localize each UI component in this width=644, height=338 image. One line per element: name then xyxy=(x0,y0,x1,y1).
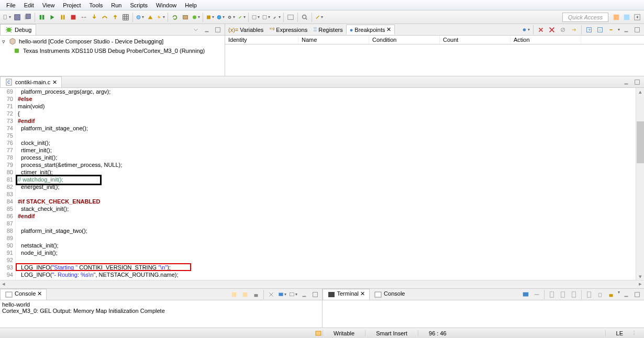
bp-remove-all-icon[interactable] xyxy=(547,25,557,35)
code-line[interactable]: node_id_init(); xyxy=(16,249,636,256)
con-display-icon[interactable]: ▾ xyxy=(277,290,287,299)
code-line[interactable]: #endif xyxy=(16,117,636,125)
menu-scripts[interactable]: Scripts xyxy=(126,1,152,9)
terminal-console-tab[interactable]: Console xyxy=(370,289,409,300)
term-doc3-icon[interactable] xyxy=(569,290,579,299)
wrench-icon[interactable]: ▾ xyxy=(272,13,281,22)
code-line[interactable]: platform_init_stage_two(); xyxy=(16,227,636,234)
code-line[interactable]: clock_init(); xyxy=(16,139,636,147)
bp-goto-icon[interactable] xyxy=(569,25,579,35)
step-return-icon[interactable] xyxy=(110,13,120,22)
restart-icon[interactable] xyxy=(37,13,47,22)
code-line[interactable]: process_init(); xyxy=(16,154,636,161)
code-line[interactable] xyxy=(16,190,636,198)
bp-col-name[interactable]: Name xyxy=(298,36,369,44)
console-tab[interactable]: Console ✕ xyxy=(0,289,47,300)
code-line[interactable]: LOG_INFO("- Routing: %s\n", NETSTACK_ROU… xyxy=(16,271,636,278)
resume-icon[interactable] xyxy=(48,13,57,22)
menu-help[interactable]: Help xyxy=(181,1,201,9)
menu-tools[interactable]: Tools xyxy=(85,1,107,9)
code-line[interactable]: // watchdog_init(); xyxy=(16,176,636,183)
term-conn-icon[interactable] xyxy=(532,290,541,299)
menu-run[interactable]: Run xyxy=(107,1,126,9)
horizontal-scrollbar[interactable]: ◂ ▸ xyxy=(0,280,644,288)
con-remove-icon[interactable] xyxy=(267,290,276,299)
bp-new-icon[interactable]: ▾ xyxy=(521,25,530,35)
menu-edit[interactable]: Edit xyxy=(20,1,38,9)
globe-icon[interactable]: ▾ xyxy=(216,13,225,22)
terminate-icon[interactable] xyxy=(69,13,78,22)
menu-window[interactable]: Window xyxy=(152,1,181,9)
bp-remove-icon[interactable] xyxy=(536,25,546,35)
bp-expand-icon[interactable]: + xyxy=(584,25,594,35)
perspective-open-icon[interactable]: + xyxy=(632,13,642,22)
tool2-icon[interactable]: ▾ xyxy=(251,13,260,22)
pause-icon[interactable] xyxy=(58,13,68,22)
box-icon[interactable] xyxy=(181,13,190,22)
term-max-icon[interactable] xyxy=(632,290,642,299)
debug-min-icon[interactable] xyxy=(202,25,212,35)
code-line[interactable]: { xyxy=(16,110,636,117)
tab-registers[interactable]: ⦙⦙⦙Registers xyxy=(310,25,346,34)
code-line[interactable]: main(void) xyxy=(16,103,636,110)
editor-close-icon[interactable]: ✕ xyxy=(52,79,57,86)
console-close-icon[interactable]: ✕ xyxy=(37,290,42,299)
con-clear-icon[interactable] xyxy=(229,290,239,299)
code-line[interactable]: netstack_init(); xyxy=(16,242,636,249)
bp-max-icon[interactable] xyxy=(632,25,642,35)
tab-expressions[interactable]: ᵉᵍExpressions xyxy=(267,25,310,34)
step-over-icon[interactable] xyxy=(100,13,109,22)
terminal-tab[interactable]: Terminal ✕ xyxy=(323,289,370,300)
search-icon[interactable] xyxy=(300,13,309,22)
tab-breakpoints[interactable]: ●Breakpoints✕ xyxy=(346,25,395,35)
new-icon[interactable]: ▾ xyxy=(2,13,12,22)
close-icon[interactable]: ✕ xyxy=(386,26,391,33)
con-min-icon[interactable] xyxy=(299,290,309,299)
con-open-icon[interactable]: ▾ xyxy=(288,290,298,299)
menu-file[interactable]: File xyxy=(2,1,20,9)
save-all-icon[interactable] xyxy=(23,13,32,22)
bp-skip-icon[interactable] xyxy=(558,25,568,35)
code-line[interactable]: platform_process_args(argc, argv); xyxy=(16,88,636,95)
bp-col-count[interactable]: Count xyxy=(440,36,510,44)
terminal-close-icon[interactable]: ✕ xyxy=(360,290,365,299)
link-icon[interactable]: ▾ xyxy=(237,13,246,22)
term-trash-icon[interactable] xyxy=(595,290,605,299)
term-doc2-icon[interactable] xyxy=(558,290,568,299)
step-into-icon[interactable] xyxy=(90,13,99,22)
bp-col-condition[interactable]: Condition xyxy=(369,36,440,44)
menu-project[interactable]: Project xyxy=(59,1,85,9)
menu-view[interactable]: View xyxy=(38,1,59,9)
term-menu-icon[interactable]: ▾ xyxy=(618,290,620,299)
term-screen-icon[interactable] xyxy=(521,290,530,299)
code-line[interactable]: LOG_INFO("- Net: %s\n", NETSTACK_NETWORK… xyxy=(16,278,636,280)
editor-min-icon[interactable] xyxy=(621,77,631,87)
bp-col-action[interactable]: Action xyxy=(510,36,581,44)
editor-tab[interactable]: c contiki-main.c ✕ xyxy=(0,76,62,87)
editor-max-icon[interactable] xyxy=(632,77,642,87)
tool3-icon[interactable]: ▾ xyxy=(261,13,271,22)
build-icon[interactable] xyxy=(146,13,155,22)
bp-col-identity[interactable]: Identity xyxy=(225,36,298,44)
con-pin-icon[interactable] xyxy=(240,290,250,299)
refresh-icon[interactable] xyxy=(170,13,180,22)
disconnect-icon[interactable] xyxy=(79,13,88,22)
code-line[interactable]: energest_init(); xyxy=(16,183,636,190)
quick-access-field[interactable]: Quick Access xyxy=(562,13,608,22)
con-lock-icon[interactable] xyxy=(251,290,261,299)
tab-variables[interactable]: (x)=Variables xyxy=(225,26,267,34)
bp-collapse-icon[interactable]: - xyxy=(595,25,605,35)
bp-link-icon[interactable] xyxy=(606,25,616,35)
term-min-icon[interactable] xyxy=(621,290,631,299)
flash-icon[interactable]: ▾ xyxy=(156,13,165,22)
tool1-icon[interactable]: ▾ xyxy=(205,13,215,22)
debug-icon[interactable]: ▾ xyxy=(191,13,201,22)
new-target-icon[interactable]: ▾ xyxy=(135,13,145,22)
code-line[interactable]: process_start(&etimer_process, NULL); xyxy=(16,161,636,168)
term-lock-icon[interactable] xyxy=(606,290,616,299)
code-line[interactable] xyxy=(16,234,636,242)
debug-max-icon[interactable] xyxy=(213,25,223,35)
wand-icon[interactable]: ▾ xyxy=(314,13,324,22)
code-line[interactable]: #else xyxy=(16,95,636,103)
code-line[interactable] xyxy=(16,220,636,227)
